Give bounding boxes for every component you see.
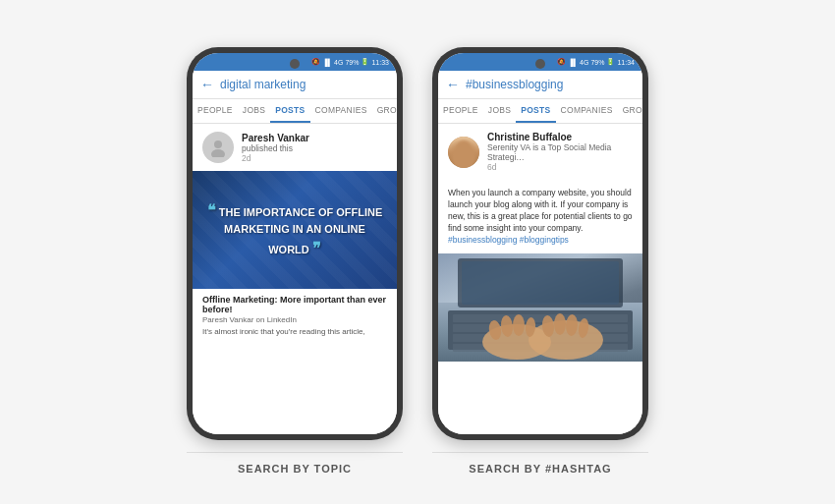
signal-label-1: 4G — [334, 59, 343, 66]
divider-2 — [432, 452, 648, 453]
author-name-2: Christine Buffaloe — [487, 132, 633, 142]
quote-right-icon: ❞ — [312, 240, 321, 256]
author-info-1: Paresh Vankar published this 2d — [242, 133, 309, 163]
signal-icon-2: ▐▌ — [568, 59, 578, 66]
nav-tabs-2: PEOPLE JOBS POSTS COMPANIES GRO... — [438, 99, 642, 124]
phone2: 🔕 ▐▌ 4G 79% 🔋 11:34 ← #businessblogging … — [432, 47, 648, 440]
author-action-1: published this — [242, 143, 309, 153]
content-2: Christine Buffaloe Serenity VA is a Top … — [438, 124, 642, 434]
caption-sub-1: Paresh Vankar on LinkedIn — [202, 315, 387, 324]
battery-label-2: 79% — [590, 59, 604, 66]
signal-label-2: 4G — [580, 59, 588, 66]
battery-icon-2: 🔋 — [606, 58, 615, 66]
status-icons-2: 🔕 ▐▌ 4G 79% 🔋 11:34 — [557, 58, 635, 66]
tab-groups-2[interactable]: GRO... — [618, 99, 642, 123]
avatar-2 — [448, 137, 479, 168]
quote-text-1: ❝ THE IMPORTANCE OF OFFLINE MARKETING IN… — [193, 191, 397, 269]
post-header-2: Christine Buffaloe Serenity VA is a Top … — [438, 124, 642, 180]
phone1-wrapper: 🔕 ▐▌ 4G 79% 🔋 11:33 ← digital marketing … — [187, 47, 403, 475]
post-header-1: Paresh Vankar published this 2d — [193, 124, 397, 171]
page-container: 🔕 ▐▌ 4G 79% 🔋 11:33 ← digital marketing … — [0, 0, 835, 504]
search-bar-1: ← digital marketing — [193, 71, 397, 99]
battery-label-1: 79% — [345, 59, 359, 66]
post-body-2: When you launch a company website, you s… — [448, 188, 633, 233]
phone1-label: SEARCH BY TOPIC — [238, 463, 352, 475]
avatar-1 — [202, 132, 234, 163]
tab-groups-1[interactable]: GRO... — [372, 99, 397, 123]
tab-posts-2[interactable]: POSTS — [516, 99, 555, 123]
phone1: 🔕 ▐▌ 4G 79% 🔋 11:33 ← digital marketing … — [187, 47, 403, 440]
back-arrow-2[interactable]: ← — [446, 77, 460, 92]
tab-people-2[interactable]: PEOPLE — [438, 99, 483, 123]
quote-left-icon: ❝ — [207, 202, 216, 219]
post-time-1: 2d — [242, 153, 309, 163]
search-query-1[interactable]: digital marketing — [220, 78, 306, 91]
svg-rect-5 — [453, 314, 628, 322]
signal-icon: ▐▌ — [322, 59, 332, 66]
author-subtitle-2: Serenity VA is a Top Social Media Strate… — [487, 142, 633, 162]
time-1: 11:33 — [371, 59, 389, 66]
tab-companies-2[interactable]: COMPANIES — [556, 99, 618, 123]
post-text-2: When you launch a company website, you s… — [438, 180, 642, 253]
svg-point-0 — [214, 140, 222, 148]
author-name-1: Paresh Vankar — [242, 133, 309, 143]
phone2-wrapper: 🔕 ▐▌ 4G 79% 🔋 11:34 ← #businessblogging … — [432, 47, 648, 475]
tab-companies-1[interactable]: COMPANIES — [310, 99, 372, 123]
phone2-label: SEARCH BY #HASHTAG — [469, 463, 611, 475]
time-2: 11:34 — [617, 59, 635, 66]
tab-jobs-1[interactable]: JOBS — [238, 99, 270, 123]
svg-point-13 — [513, 314, 525, 336]
svg-point-1 — [211, 149, 225, 157]
tab-people-1[interactable]: PEOPLE — [193, 99, 238, 123]
content-1: Paresh Vankar published this 2d ❝ THE IM… — [193, 124, 397, 434]
phone1-inner: 🔕 ▐▌ 4G 79% 🔋 11:33 ← digital marketing … — [193, 53, 397, 434]
mute-icon-2: 🔕 — [557, 58, 566, 66]
post-image-1: ❝ THE IMPORTANCE OF OFFLINE MARKETING IN… — [193, 171, 397, 289]
nav-tabs-1: PEOPLE JOBS POSTS COMPANIES GRO... — [193, 99, 397, 124]
battery-icon-1: 🔋 — [361, 58, 369, 66]
post-time-2: 6d — [487, 162, 633, 172]
phone2-inner: 🔕 ▐▌ 4G 79% 🔋 11:34 ← #businessblogging … — [438, 53, 642, 434]
status-bar-1: 🔕 ▐▌ 4G 79% 🔋 11:33 — [193, 53, 397, 71]
back-arrow-1[interactable]: ← — [200, 77, 214, 92]
post-hashtags-2[interactable]: #businessblogging #bloggingtips — [448, 235, 569, 245]
post-caption-1: Offline Marketing: More important than e… — [193, 289, 397, 339]
laptop-svg — [438, 253, 642, 362]
author-info-2: Christine Buffaloe Serenity VA is a Top … — [487, 132, 633, 172]
tab-posts-1[interactable]: POSTS — [270, 99, 309, 123]
caption-body-1: It's almost ironic that you're reading t… — [202, 327, 387, 337]
divider-1 — [187, 452, 403, 453]
svg-rect-3 — [462, 261, 619, 305]
search-query-2[interactable]: #businessblogging — [466, 78, 563, 91]
laptop-image — [438, 253, 642, 362]
caption-title-1: Offline Marketing: More important than e… — [202, 295, 387, 314]
status-bar-2: 🔕 ▐▌ 4G 79% 🔋 11:34 — [438, 53, 642, 71]
status-icons-1: 🔕 ▐▌ 4G 79% 🔋 11:33 — [311, 58, 389, 66]
tab-jobs-2[interactable]: JOBS — [483, 99, 516, 123]
avatar-person-inner — [448, 137, 479, 168]
search-bar-2: ← #businessblogging — [438, 71, 642, 99]
svg-point-16 — [554, 313, 566, 335]
mute-icon: 🔕 — [311, 58, 320, 66]
